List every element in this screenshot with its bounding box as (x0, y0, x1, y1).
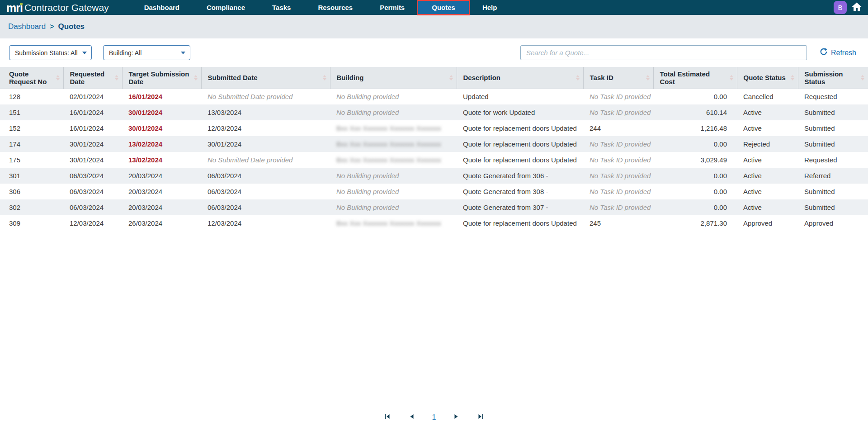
redacted-building-name: Bxx Xxx Xxxxxxx Xxxxxxx Xxxxxxx (336, 156, 441, 164)
mri-logo: mri Contractor Gateway (6, 1, 109, 14)
filter-toolbar: Submission Status: All Building: All Ref… (0, 38, 868, 67)
cell-building: No Building provided (330, 184, 457, 199)
cell-building: Bxx Xxx Xxxxxxx Xxxxxxx Xxxxxxx (330, 215, 457, 231)
sort-icon (861, 75, 864, 81)
redacted-building-name: Bxx Xxx Xxxxxxx Xxxxxxx Xxxxxxx (336, 219, 441, 227)
cell-target-submission-date: 13/02/2024 (122, 152, 201, 168)
cell-total-estimated-cost: 0.00 (653, 184, 737, 199)
table-row[interactable]: 17430/01/202413/02/202430/01/2024Bxx Xxx… (0, 136, 868, 152)
cell-quote-request-no: 128 (0, 89, 63, 104)
submission-status-filter-dropdown[interactable]: Submission Status: All (9, 45, 92, 60)
building-filter-dropdown[interactable]: Building: All (103, 45, 190, 60)
sort-icon (646, 75, 650, 81)
first-page-button[interactable] (383, 412, 392, 422)
cell-requested-date: 06/03/2024 (63, 168, 122, 184)
target-date-value: 20/03/2024 (128, 204, 162, 211)
cell-task-id: No Task ID provided (583, 89, 653, 104)
col-header-total-estimated-cost[interactable]: Total Estimated Cost (653, 67, 737, 89)
cell-requested-date: 12/03/2024 (63, 215, 122, 231)
cell-quote-status: Active (737, 152, 798, 168)
sort-icon (194, 75, 198, 81)
home-button[interactable] (851, 2, 863, 14)
next-page-button[interactable] (452, 412, 460, 422)
cell-quote-status: Approved (737, 215, 798, 231)
cell-quote-request-no: 302 (0, 199, 63, 215)
redacted-building-name: Bxx Xxx Xxxxxxx Xxxxxxx Xxxxxxx (336, 124, 441, 132)
table-header-row: Quote Request No Requested Date Target S… (0, 67, 868, 89)
breadcrumb-current-page: Quotes (58, 22, 85, 31)
cell-description: Updated (457, 89, 583, 104)
cell-quote-status: Active (737, 199, 798, 215)
first-page-icon (384, 413, 391, 421)
cell-submitted-date: No Submitted Date provided (201, 152, 330, 168)
col-header-requested-date[interactable]: Requested Date (63, 67, 122, 89)
table-row[interactable]: 12802/01/202416/01/2024No Submitted Date… (0, 89, 868, 104)
page-number[interactable]: 1 (432, 413, 436, 422)
table-row[interactable]: 17530/01/202413/02/2024No Submitted Date… (0, 152, 868, 168)
cell-total-estimated-cost: 0.00 (653, 136, 737, 152)
nav-item-permits[interactable]: Permits (366, 0, 418, 15)
nav-item-quotes[interactable]: Quotes (418, 1, 469, 14)
col-header-quote-request-no[interactable]: Quote Request No (0, 67, 63, 89)
cell-requested-date: 30/01/2024 (63, 136, 122, 152)
cell-submission-status: Requested (798, 89, 868, 104)
col-header-building[interactable]: Building (330, 67, 457, 89)
no-building-placeholder: No Building provided (336, 93, 399, 100)
sort-icon (449, 75, 453, 81)
submission-status-filter-label: Submission Status: All (15, 49, 78, 57)
chevron-down-icon (82, 52, 87, 54)
cell-requested-date: 02/01/2024 (63, 89, 122, 104)
sort-icon (791, 75, 794, 81)
nav-item-dashboard[interactable]: Dashboard (131, 0, 193, 15)
cell-quote-request-no: 152 (0, 120, 63, 136)
cell-total-estimated-cost: 2,871.30 (653, 215, 737, 231)
cell-target-submission-date: 26/03/2024 (122, 215, 201, 231)
col-header-submitted-date[interactable]: Submitted Date (201, 67, 330, 89)
target-date-value: 13/02/2024 (128, 156, 162, 164)
nav-item-help[interactable]: Help (469, 0, 511, 15)
nav-item-tasks[interactable]: Tasks (259, 0, 304, 15)
last-page-button[interactable] (476, 412, 485, 422)
table-row[interactable]: 15216/01/202430/01/202412/03/2024Bxx Xxx… (0, 120, 868, 136)
cell-building: No Building provided (330, 199, 457, 215)
cell-submission-status: Submitted (798, 199, 868, 215)
cell-quote-request-no: 151 (0, 104, 63, 120)
nav-item-resources[interactable]: Resources (304, 0, 366, 15)
cell-submission-status: Approved (798, 215, 868, 231)
table-row[interactable]: 30606/03/202420/03/202406/03/2024No Buil… (0, 184, 868, 199)
sort-icon (115, 75, 118, 81)
cell-task-id: No Task ID provided (583, 184, 653, 199)
cell-target-submission-date: 30/01/2024 (122, 120, 201, 136)
col-header-task-id[interactable]: Task ID (583, 67, 653, 89)
cell-description: Quote for work Updated (457, 104, 583, 120)
cell-quote-status: Rejected (737, 136, 798, 152)
no-building-placeholder: No Building provided (336, 172, 399, 180)
breadcrumb-dashboard-link[interactable]: Dashboard (8, 22, 46, 31)
col-header-quote-status[interactable]: Quote Status (737, 67, 798, 89)
col-header-target-submission-date[interactable]: Target Submission Date (122, 67, 201, 89)
col-header-description[interactable]: Description (457, 67, 583, 89)
target-date-value: 13/02/2024 (128, 140, 162, 148)
cell-quote-status: Active (737, 184, 798, 199)
cell-quote-status: Active (737, 120, 798, 136)
table-row[interactable]: 30106/03/202420/03/202406/03/2024No Buil… (0, 168, 868, 184)
target-date-value: 30/01/2024 (128, 124, 162, 132)
no-task-id-placeholder: No Task ID provided (590, 172, 651, 180)
quote-search-input[interactable] (520, 45, 807, 60)
building-filter-label: Building: All (109, 49, 142, 57)
refresh-button[interactable]: Refresh (817, 47, 859, 58)
cell-submission-status: Submitted (798, 120, 868, 136)
table-row[interactable]: 30912/03/202426/03/202412/03/2024Bxx Xxx… (0, 215, 868, 231)
table-row[interactable]: 15116/01/202430/01/202413/03/2024No Buil… (0, 104, 868, 120)
cell-submitted-date: 12/03/2024 (201, 215, 330, 231)
cell-task-id: 245 (583, 215, 653, 231)
col-header-submission-status[interactable]: Submission Status (798, 67, 868, 89)
cell-target-submission-date: 20/03/2024 (122, 168, 201, 184)
previous-page-button[interactable] (408, 412, 416, 422)
next-page-icon (453, 413, 459, 421)
quotes-table: Quote Request No Requested Date Target S… (0, 67, 868, 231)
user-avatar[interactable]: B (834, 1, 847, 14)
nav-item-compliance[interactable]: Compliance (193, 0, 259, 15)
table-row[interactable]: 30206/03/202420/03/202406/03/2024No Buil… (0, 199, 868, 215)
cell-quote-status: Cancelled (737, 89, 798, 104)
